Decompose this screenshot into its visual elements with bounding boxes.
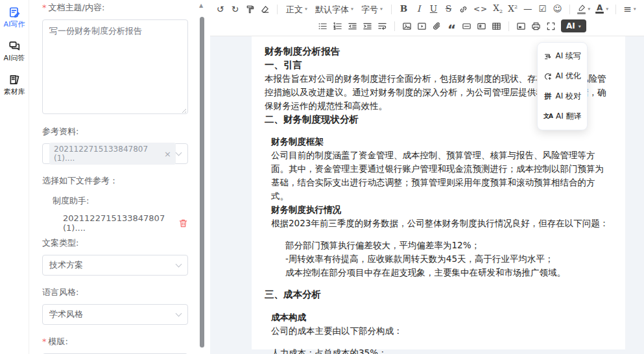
toolbar-divider: [394, 21, 395, 31]
menu-item-ai-continue[interactable]: AI 续写: [538, 46, 587, 66]
menu-item-ai-proofread[interactable]: 拼 AI 校对: [538, 86, 587, 106]
strikethrough-icon: S: [446, 5, 451, 14]
divider-block-button[interactable]: [459, 18, 474, 34]
highlight-pen-icon: [577, 5, 586, 14]
paperclip-icon: [432, 21, 442, 31]
line-break-button[interactable]: [375, 18, 390, 34]
format-painter-button[interactable]: [243, 1, 257, 17]
ai-dropdown-button[interactable]: AI ▾: [561, 19, 586, 32]
close-icon[interactable]: ×: [164, 150, 171, 158]
toolbar-divider: [569, 5, 570, 14]
font-family-dropdown[interactable]: 默认字体▾: [311, 1, 357, 17]
copy-type-value: 技术方案: [49, 259, 83, 271]
toolbar-row-1: ↺ ↻ 正文▾ 默认字体▾ 字号▾ B I U S: [213, 1, 639, 18]
task-checkbox-button[interactable]: ☑: [535, 1, 550, 17]
scrollbar-thumb[interactable]: [200, 17, 204, 348]
paragraph-style-dropdown[interactable]: 正文▾: [282, 1, 311, 17]
font-color-dropdown[interactable]: A ▾: [593, 1, 611, 17]
subscript-button[interactable]: X2: [490, 1, 505, 17]
print-button[interactable]: [529, 18, 543, 34]
doc-subheading-cost-structure: 成本构成: [271, 311, 612, 324]
library-icon: [8, 74, 20, 86]
chevron-down-icon: [176, 149, 182, 156]
insert-image-button[interactable]: [400, 18, 414, 34]
ordered-list-button[interactable]: [330, 18, 345, 34]
highlight-color-dropdown[interactable]: ▾: [575, 1, 593, 17]
bold-button[interactable]: B: [396, 1, 411, 17]
horizontal-rule-button[interactable]: —: [520, 1, 535, 17]
underline-button[interactable]: U: [426, 1, 441, 17]
menu-item-ai-translate[interactable]: 文A AI 翻译: [538, 106, 587, 126]
undo-button[interactable]: ↺: [213, 1, 228, 17]
reference-tag-label: 2021122715133847807 (1)....: [54, 145, 160, 163]
doc-subheading-execution: 财务制度执行情况: [271, 203, 612, 217]
app-rail: AI写作 AI问答 素材库: [0, 0, 29, 354]
align-icon: ≡: [623, 5, 632, 14]
clear-format-button[interactable]: [257, 1, 272, 17]
superscript-button[interactable]: X2: [505, 1, 520, 17]
blockquote-button[interactable]: “: [444, 18, 459, 34]
menu-item-ai-optimize[interactable]: AI 优化: [538, 66, 587, 86]
outdent-button[interactable]: [345, 18, 360, 34]
document-pen-icon: [8, 6, 20, 18]
bullet-list-button[interactable]: [315, 18, 330, 34]
reference-select[interactable]: 2021122715133847807 (1).... ×: [42, 143, 188, 164]
undo-icon: ↺: [217, 5, 224, 14]
copy-type-label: 文案类型:: [42, 237, 188, 249]
font-size-dropdown[interactable]: 字号▾: [357, 1, 387, 17]
emoji-icon: ☺: [553, 5, 562, 14]
doc-heading-cost: 三、成本分析: [265, 288, 612, 301]
indent-button[interactable]: [360, 18, 375, 34]
copy-type-select[interactable]: 技术方案: [42, 255, 188, 276]
style-select[interactable]: 学术风格: [42, 304, 188, 325]
doc-cost-item: 人力成本：占总成本的35%；: [271, 346, 612, 354]
editor-toolbar: ↺ ↻ 正文▾ 默认字体▾ 字号▾ B I U S: [210, 0, 644, 36]
bold-icon: B: [400, 5, 407, 14]
caret-down-icon: ▾: [578, 23, 581, 29]
inline-code-button[interactable]: <>: [471, 1, 490, 17]
align-dropdown[interactable]: ≡ ▾: [621, 1, 639, 17]
ai-proofread-icon: 拼: [543, 93, 552, 100]
underline-icon: U: [430, 5, 437, 14]
toolbar-divider: [277, 5, 278, 14]
strikethrough-button[interactable]: S: [441, 1, 456, 17]
rail-item-ai-qa[interactable]: AI问答: [4, 40, 25, 63]
insert-video-button[interactable]: [414, 18, 429, 34]
attachment-button[interactable]: [429, 18, 444, 34]
page-setup-button[interactable]: [514, 18, 529, 34]
rail-item-material-library[interactable]: 素材库: [4, 74, 25, 97]
doc-issue-item: 部分部门预算执行偏差较大，平均偏差率为12%；: [285, 239, 612, 252]
ai-continue-icon: [543, 52, 552, 61]
link-button[interactable]: [456, 1, 471, 17]
annotation-block-icon: [477, 21, 486, 31]
emoji-button[interactable]: ☺: [550, 1, 565, 17]
topic-input[interactable]: 写一份财务制度分析报告: [42, 19, 188, 114]
doc-paragraph-cost-intro: 公司的成本主要由以下部分构成：: [271, 324, 612, 338]
printer-icon: [531, 21, 541, 31]
caret-down-icon: ▾: [351, 7, 353, 12]
page-setup-icon: [516, 21, 526, 31]
reference-file-name: 2021122715133847807 (1)....: [63, 213, 178, 233]
menu-item-label: AI 翻译: [556, 111, 582, 122]
indent-icon: [363, 21, 372, 31]
text-wrap-icon: [377, 21, 387, 31]
insert-table-button[interactable]: [489, 18, 504, 34]
trash-icon[interactable]: [178, 218, 188, 228]
superscript-icon: X2: [508, 5, 518, 14]
panel-scrollbar[interactable]: ▲: [198, 0, 205, 354]
rail-label: AI写作: [4, 19, 25, 29]
file-section-label: 选择如下文件参考：: [42, 175, 188, 187]
rail-item-ai-write[interactable]: AI写作: [4, 6, 25, 29]
annotation-block-button[interactable]: [474, 18, 489, 34]
fullscreen-button[interactable]: [543, 18, 558, 34]
outdent-icon: [348, 21, 357, 31]
eraser-icon: [260, 5, 270, 14]
redo-button[interactable]: ↻: [228, 1, 243, 17]
doc-issue-item: -周转效率有待提高，应收账款周转天数为45天，高于行业平均水平；: [285, 252, 612, 266]
ai-context-menu: AI 续写 AI 优化 拼 AI 校对 文A AI 翻译: [537, 42, 588, 130]
scroll-up-icon[interactable]: ▲: [199, 3, 203, 8]
rail-label: 素材库: [4, 87, 25, 97]
italic-button[interactable]: I: [411, 1, 426, 17]
rail-label: AI问答: [4, 53, 25, 63]
chevron-down-icon: [176, 261, 182, 267]
